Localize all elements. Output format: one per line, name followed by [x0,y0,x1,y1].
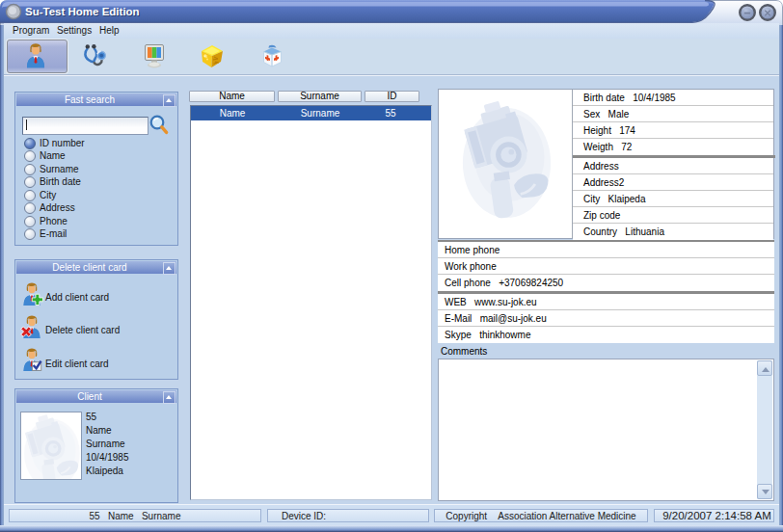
svg-text:Su-Test Home Edition: Su-Test Home Edition [25,6,140,17]
